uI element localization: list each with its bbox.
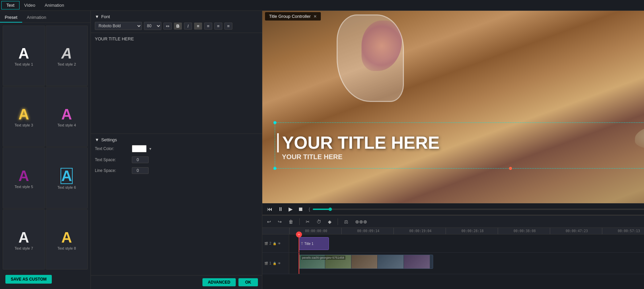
diamond-button[interactable]: ◆	[326, 218, 334, 225]
line-space-label: Line Space:	[95, 168, 132, 173]
video-thumbnail-strip	[299, 255, 430, 268]
ok-button[interactable]: OK	[238, 278, 258, 286]
color-dropdown-arrow[interactable]: ▼	[149, 147, 152, 151]
mid-panel: ▼ Font Roboto Bold 80 ⇔ B I ≡ ≡ ≡ ≡	[91, 11, 262, 289]
font-select[interactable]: Roboto Bold	[95, 22, 142, 30]
font-section-label: Font	[101, 14, 110, 19]
playback-progress[interactable]	[313, 209, 644, 210]
text-space-input[interactable]	[132, 156, 149, 163]
progress-fill	[313, 209, 330, 210]
ruler-mark-5: 00:00:47:23	[550, 228, 602, 234]
thumb-4	[378, 255, 404, 268]
track-eye-icon-2[interactable]: 👁	[278, 262, 281, 265]
track-video-type-icon: 🎬	[264, 262, 268, 265]
ruler-mark-2: 00:00:19:04	[393, 228, 446, 234]
track-header-video: 🎬 1 🔒 👁	[262, 253, 289, 274]
split-audio-button[interactable]: ⊕⊕⊕	[353, 218, 369, 225]
video-clip[interactable]: pexels-zachi-georgiev-5751458	[299, 255, 433, 269]
text-color-swatch[interactable]	[132, 145, 147, 152]
rewind-button[interactable]: ⏮	[266, 206, 274, 213]
title-overlay: YOUR TITLE HERE YOUR TITLE HERE	[277, 133, 644, 161]
title-clip[interactable]: T Title 1	[299, 237, 329, 250]
toolbar-separator-1	[299, 218, 300, 225]
text-color-row: Text Color: ▼	[95, 145, 258, 152]
undo-button[interactable]: ↩	[265, 218, 273, 225]
style-letter-4: A	[61, 107, 72, 122]
style-letter-7: A	[18, 230, 29, 245]
video-background	[262, 11, 644, 203]
keyframe-start[interactable]: {	[309, 207, 310, 212]
style-label-8: Text style 8	[58, 246, 76, 250]
style-letter-6: A	[61, 168, 73, 184]
align-center-button[interactable]: ≡	[204, 23, 212, 30]
settings-arrow: ▼	[95, 137, 99, 142]
italic-button[interactable]: I	[184, 23, 192, 30]
style-item-4[interactable]: A Text style 4	[46, 86, 88, 147]
play-button[interactable]: ▶	[287, 205, 294, 213]
ruler-mark-6: 00:00:57:13	[602, 228, 644, 234]
advanced-button[interactable]: ADVANCED	[202, 278, 236, 286]
settings-label: Settings	[101, 137, 117, 142]
pot-decoration	[337, 14, 404, 102]
title-group-controller: Title Group Controller ✕	[265, 12, 321, 21]
style-letter-8: A	[61, 230, 72, 245]
settings-section-header: ▼ Settings	[95, 137, 258, 142]
playhead-marker: ✂	[296, 231, 302, 238]
align-justify-button[interactable]: ≡	[224, 23, 232, 30]
style-item-7[interactable]: A Text style 7	[3, 209, 45, 269]
sub-tab-animation[interactable]: Animation	[22, 13, 51, 23]
text-input[interactable]: YOUR TITLE HERE	[95, 36, 258, 67]
style-label-2: Text style 2	[58, 62, 76, 66]
track-video-icon: 🎬	[264, 242, 268, 245]
title-border: YOUR TITLE HERE	[277, 133, 644, 152]
sub-title-text: YOUR TITLE HERE	[277, 153, 644, 161]
stop-button[interactable]: ⏹	[297, 206, 305, 213]
bold-button[interactable]: B	[174, 23, 182, 30]
redo-button[interactable]: ↪	[276, 218, 284, 225]
line-space-row: Line Space:	[95, 167, 258, 174]
ruler-mark-4: 00:00:38:08	[498, 228, 550, 234]
font-size-select[interactable]: 80	[144, 22, 161, 30]
playhead-title: ✂	[299, 234, 299, 252]
clip-type-icon: T	[301, 242, 303, 246]
tab-video[interactable]: Video	[20, 1, 40, 9]
style-item-8[interactable]: A Text style 8	[46, 209, 88, 269]
ruler-marks: 00:00:00:00 00:00:09:14 00:00:19:04 00:0…	[289, 228, 644, 234]
style-label-7: Text style 7	[14, 246, 33, 250]
timer-button[interactable]: ⏱	[314, 218, 323, 225]
font-section-arrow: ▼	[95, 14, 99, 19]
tab-animation[interactable]: Animation	[40, 1, 69, 9]
style-label-3: Text style 3	[14, 123, 33, 127]
style-label-4: Text style 4	[58, 123, 76, 127]
align-right-button[interactable]: ≡	[214, 23, 222, 30]
thumb-2	[325, 255, 351, 268]
style-item-6[interactable]: A Text style 6	[46, 147, 88, 209]
preview-video: YOUR TITLE HERE YOUR TITLE HERE	[262, 11, 644, 203]
save-as-custom-button[interactable]: SAVE AS CUSTOM	[5, 275, 52, 284]
title-group-close-icon[interactable]: ✕	[313, 14, 317, 19]
style-item-1[interactable]: A Text style 1	[3, 26, 45, 86]
align-left-button[interactable]: ≡	[194, 23, 202, 30]
line-space-input[interactable]	[132, 167, 149, 174]
bottom-bar: ADVANCED OK	[91, 275, 262, 289]
sub-tab-preset[interactable]: Preset	[0, 13, 22, 23]
track-eye-icon[interactable]: 👁	[278, 242, 281, 245]
delete-clip-button[interactable]: 🗑	[287, 218, 295, 225]
track-row-title: 🎬 2 🔒 👁 ✂ T	[262, 234, 644, 253]
style-label-5: Text style 5	[14, 185, 33, 189]
style-item-5[interactable]: A Text style 5	[3, 147, 45, 209]
style-letter-1: A	[18, 46, 29, 61]
style-item-3[interactable]: A Text style 3	[3, 86, 45, 147]
play-pause-button[interactable]: ⏸	[276, 206, 285, 213]
timeline-area: ↩ ↪ 🗑 ✂ ⏱ ◆ ⚖ ⊕⊕⊕ −	[262, 215, 644, 289]
track-lock-icon[interactable]: 🔒	[273, 242, 276, 245]
letter-spacing-button[interactable]: ⇔	[163, 23, 172, 30]
text-area-container: YOUR TITLE HERE	[91, 33, 262, 134]
tab-text[interactable]: Text	[1, 1, 20, 9]
track-lock-icon-2[interactable]: 🔒	[273, 262, 276, 265]
track-number-1: 1	[269, 261, 271, 265]
adjust-button[interactable]: ⚖	[342, 218, 350, 225]
cut-button[interactable]: ✂	[304, 218, 312, 225]
font-section: ▼ Font Roboto Bold 80 ⇔ B I ≡ ≡ ≡ ≡	[91, 11, 262, 33]
style-item-2[interactable]: A Text style 2	[46, 26, 88, 86]
